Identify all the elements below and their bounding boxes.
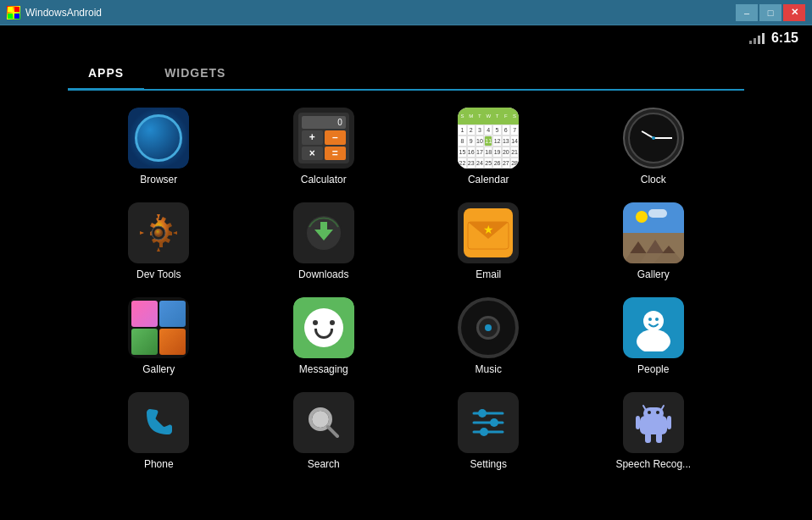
messaging-label: Messaging — [299, 363, 348, 375]
app-item-calculator[interactable]: 0 + – × = Calculator — [242, 99, 407, 194]
window-title: WindowsAndroid — [25, 7, 102, 19]
svg-rect-2 — [8, 14, 13, 19]
app-item-email[interactable]: ★ Email — [406, 194, 571, 289]
maximize-button[interactable]: □ — [759, 4, 781, 21]
browser-icon — [128, 108, 189, 169]
tabs-bar: APPS WIDGETS — [68, 58, 744, 91]
time-display: 6:15 — [771, 30, 798, 46]
app-item-gallery1[interactable]: Gallery — [571, 194, 737, 289]
title-bar: WindowsAndroid – □ ✕ — [0, 0, 812, 25]
svg-line-29 — [328, 427, 337, 436]
svg-point-33 — [490, 418, 498, 427]
music-icon — [458, 297, 519, 358]
email-icon: ★ — [458, 202, 519, 263]
speech-label: Speech Recog... — [615, 458, 691, 470]
app-item-downloads[interactable]: Downloads — [242, 194, 407, 289]
android-screen: 6:15 APPS WIDGETS — [0, 25, 812, 520]
app-item-clock[interactable]: Clock — [571, 99, 737, 194]
app-item-people[interactable]: People — [571, 289, 737, 384]
svg-rect-45 — [667, 416, 671, 429]
browser-label: Browser — [140, 174, 177, 185]
svg-point-23 — [643, 311, 664, 331]
apps-grid: Browser 0 + – × = Calculator — [68, 99, 744, 479]
svg-point-24 — [637, 329, 670, 351]
search-icon — [293, 392, 354, 453]
clock-label: Clock — [641, 174, 666, 185]
svg-rect-22 — [623, 253, 684, 263]
devtools-label: Dev Tools — [136, 268, 181, 280]
svg-point-5 — [140, 119, 177, 157]
signal-icon — [749, 32, 765, 44]
calendar-icon: S M T W T F S 1234567 891011121314 15161… — [458, 108, 519, 169]
app-item-gallery2[interactable]: Gallery — [76, 289, 242, 384]
svg-point-11 — [154, 229, 163, 237]
tab-apps[interactable]: APPS — [68, 58, 144, 91]
svg-point-8 — [150, 119, 167, 157]
status-bar: 6:15 — [0, 25, 812, 51]
svg-rect-3 — [14, 14, 19, 19]
svg-point-43 — [656, 411, 659, 414]
app-item-search[interactable]: Search — [242, 384, 407, 479]
svg-point-26 — [655, 318, 659, 321]
speech-icon — [623, 392, 684, 453]
svg-point-4 — [140, 119, 177, 157]
people-label: People — [637, 363, 669, 375]
calculator-icon: 0 + – × = — [293, 108, 354, 169]
gallery1-icon — [623, 202, 684, 263]
calculator-label: Calculator — [301, 174, 347, 185]
tab-widgets[interactable]: WIDGETS — [144, 58, 246, 89]
settings-icon — [458, 392, 519, 453]
close-button[interactable]: ✕ — [783, 4, 805, 21]
app-item-phone[interactable]: Phone — [76, 384, 242, 479]
svg-text:★: ★ — [483, 223, 494, 236]
settings-label: Settings — [470, 458, 507, 470]
app-item-messaging[interactable]: Messaging — [242, 289, 407, 384]
svg-rect-41 — [643, 407, 664, 419]
app-icon — [7, 6, 20, 19]
app-item-calendar[interactable]: S M T W T F S 1234567 891011121314 15161… — [406, 99, 571, 194]
app-item-devtools[interactable]: Dev Tools — [76, 194, 242, 289]
svg-point-28 — [312, 411, 329, 428]
downloads-icon — [293, 202, 354, 263]
app-item-browser[interactable]: Browser — [76, 99, 242, 194]
svg-point-42 — [648, 411, 651, 414]
phone-label: Phone — [144, 458, 174, 470]
gallery1-label: Gallery — [637, 268, 670, 280]
people-icon — [623, 297, 684, 358]
svg-rect-1 — [14, 7, 19, 12]
svg-rect-0 — [8, 7, 13, 12]
phone-icon — [128, 392, 189, 453]
app-item-music[interactable]: Music — [406, 289, 571, 384]
gallery2-icon — [128, 297, 189, 358]
title-bar-left: WindowsAndroid — [7, 6, 102, 19]
email-label: Email — [476, 268, 501, 280]
clock-icon — [623, 108, 684, 169]
gallery2-label: Gallery — [142, 363, 175, 375]
calendar-label: Calendar — [468, 174, 509, 185]
app-drawer: APPS WIDGETS — [0, 51, 812, 520]
svg-rect-44 — [636, 416, 640, 429]
svg-point-31 — [478, 409, 487, 418]
devtools-icon — [128, 202, 189, 263]
svg-point-25 — [648, 318, 652, 321]
svg-rect-47 — [656, 433, 662, 443]
minimize-button[interactable]: – — [736, 4, 758, 21]
window-controls: – □ ✕ — [736, 4, 805, 21]
search-label: Search — [308, 458, 340, 470]
app-item-settings[interactable]: Settings — [406, 384, 571, 479]
messaging-icon — [293, 297, 354, 358]
svg-point-9 — [140, 119, 177, 157]
app-item-speech[interactable]: Speech Recog... — [571, 384, 737, 479]
music-label: Music — [476, 363, 502, 375]
downloads-label: Downloads — [298, 268, 348, 280]
svg-point-35 — [480, 428, 488, 436]
svg-rect-46 — [645, 433, 651, 443]
